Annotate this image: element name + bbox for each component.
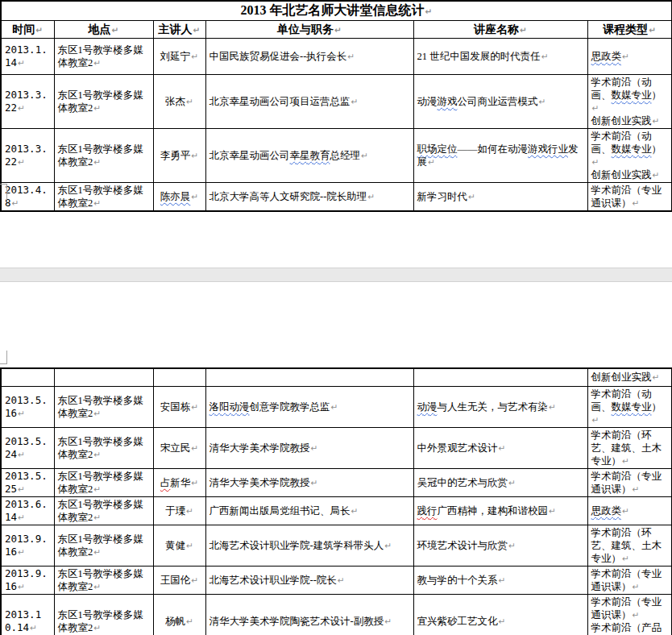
paragraph-mark: ↵ xyxy=(428,157,435,167)
paragraph-mark: ↵ xyxy=(93,58,101,68)
paragraph-mark: ↵ xyxy=(622,554,629,563)
place-cell: 东区1号教学楼多媒体教室2↵ xyxy=(54,594,153,635)
column-header-type: 课程类型↵ xyxy=(587,21,672,39)
paragraph-mark: ↵ xyxy=(93,547,101,557)
lecture-cell: 职场定位——如何在动漫游戏行业发展↵ xyxy=(413,129,587,183)
paragraph-mark: ↵ xyxy=(633,610,640,620)
speaker-cell: 刘延宁↵ xyxy=(153,39,205,75)
paragraph-mark: ↵ xyxy=(93,623,101,633)
place-cell: 东区1号教学楼多媒体教室2↵ xyxy=(54,386,153,427)
paragraph-mark: ↵ xyxy=(93,409,101,418)
place-cell: 东区1号教学楼多媒体教室2↵ xyxy=(54,129,153,183)
speaker-cell: 王国伦↵ xyxy=(153,566,205,594)
lecture-cell: 中外景观艺术设计↵ xyxy=(413,427,587,468)
time-cell: 2013.9.16↵ xyxy=(1,525,54,566)
paragraph-mark: ↵ xyxy=(338,575,345,585)
place-cell xyxy=(54,368,153,386)
paragraph-mark: ↵ xyxy=(18,157,25,167)
paragraph-mark: ↵ xyxy=(18,450,25,459)
paragraph-mark: ↵ xyxy=(93,198,101,208)
place-cell: 东区1号教学楼多媒体教室2↵ xyxy=(54,39,153,75)
time-cell: 2013.3.22↵ xyxy=(1,129,54,183)
paragraph-mark: ↵ xyxy=(351,97,359,106)
type-cell: 创新创业实践↵ xyxy=(587,368,672,386)
type-cell: 学术前沿（专业通识课）↵ xyxy=(587,183,672,212)
paragraph-mark: ↵ xyxy=(499,616,506,626)
paragraph-mark: ↵ xyxy=(18,582,25,591)
paragraph-mark: ↵ xyxy=(653,116,660,126)
org-cell: 北京幸星动画公司幸星教育总经理↵ xyxy=(205,129,413,183)
place-cell: 东区1号教学楼多媒体教室2↵ xyxy=(54,468,153,496)
paragraph-mark: ↵ xyxy=(12,198,19,208)
speaker-cell: 张杰↵ xyxy=(153,75,205,129)
column-header-speaker: 主讲人↵ xyxy=(153,21,205,39)
speaker-cell xyxy=(153,368,205,386)
table-row: 创新创业实践↵ xyxy=(1,368,672,386)
table-row: 2013.3.22↵东区1号教学楼多媒体教室2↵张杰↵北京幸星动画公司项目运营总… xyxy=(1,75,672,129)
paragraph-mark: ↵ xyxy=(622,506,629,516)
org-cell: 清华大学美术学院教授↵ xyxy=(205,468,413,496)
table-row: 2013.5.25↵东区1号教学楼多媒体教室2↵占新华↵清华大学美术学院教授↵吴… xyxy=(1,468,672,496)
time-cell: 2013.6.14↵ xyxy=(1,496,54,525)
time-cell: 2013.4.8↵ xyxy=(1,183,54,212)
paragraph-mark: ↵ xyxy=(93,513,101,522)
lecture-cell: 21 世纪中国发展的时代责任↵ xyxy=(413,39,587,75)
speaker-cell: 占新华↵ xyxy=(153,468,205,496)
org-cell: 北海艺术设计职业学院-建筑学科带头人↵ xyxy=(205,525,413,566)
paragraph-mark: ↵ xyxy=(331,402,338,412)
paragraph-mark: ↵ xyxy=(18,103,25,113)
table-row: 2013.3.22↵东区1号教学楼多媒体教室2↵李勇平↵北京幸星动画公司幸星教育… xyxy=(1,129,672,183)
org-cell: 北京大学高等人文研究院--院长助理↵ xyxy=(205,183,413,212)
paragraph-mark: ↵ xyxy=(622,52,629,61)
paragraph-mark: ↵ xyxy=(93,103,101,113)
paragraph-mark: ↵ xyxy=(592,103,599,113)
paragraph-mark: ↵ xyxy=(311,443,318,453)
time-cell xyxy=(1,368,54,386)
lecture-cell: 环境艺术设计与欣赏↵ xyxy=(413,525,587,566)
time-cell: 2013.10.14↵ xyxy=(1,594,54,635)
paragraph-mark: ↵ xyxy=(93,582,101,591)
paragraph-mark: ↵ xyxy=(93,484,101,494)
lecture-cell xyxy=(413,368,587,386)
table-row: 2013.5.16↵东区1号教学楼多媒体教室2↵安国栋↵洛阳动漫创意学院教学总监… xyxy=(1,386,672,427)
place-cell: 东区1号教学楼多媒体教室2↵ xyxy=(54,75,153,129)
paragraph-mark: ↵ xyxy=(653,372,660,382)
place-cell: 东区1号教学楼多媒体教室2↵ xyxy=(54,183,153,212)
text-boundary-mark-page1 xyxy=(0,184,7,200)
paragraph-mark: ↵ xyxy=(549,402,556,412)
column-header-place: 地点↵ xyxy=(54,21,153,39)
paragraph-mark: ↵ xyxy=(633,582,640,591)
paragraph-mark: ↵ xyxy=(384,616,392,626)
column-header-time: 时间↵ xyxy=(1,21,54,39)
paragraph-mark: ↵ xyxy=(499,443,506,453)
org-cell: 洛阳动漫创意学院教学总监↵ xyxy=(205,386,413,427)
time-cell: 2013.5.16↵ xyxy=(1,386,54,427)
paragraph-mark: ↵ xyxy=(191,52,198,61)
org-cell: 清华大学美术学院陶瓷艺术设计-副教授↵ xyxy=(205,594,413,635)
place-cell: 东区1号教学楼多媒体教室2↵ xyxy=(54,496,153,525)
org-cell: 广西新闻出版局党组书记、局长↵ xyxy=(205,496,413,525)
paragraph-mark: ↵ xyxy=(191,575,198,585)
type-cell: 学术前沿（专业通识课）↵学术前沿（产品专业）↵ xyxy=(587,594,672,635)
paragraph-mark: ↵ xyxy=(508,478,516,488)
table-row: 2013.9.16↵东区1号教学楼多媒体教室2↵黄健↵北海艺术设计职业学院-建筑… xyxy=(1,525,672,566)
paragraph-mark: ↵ xyxy=(633,198,640,208)
column-header-org: 单位与职务↵ xyxy=(205,21,413,39)
org-cell: 中国民族贸易促进会--执行会长↵ xyxy=(205,39,413,75)
type-cell: 思政类↵ xyxy=(587,39,672,75)
paragraph-mark: ↵ xyxy=(18,409,25,418)
type-cell: 学术前沿（动画、数媒专业）↵创新创业实践↵ xyxy=(587,75,672,129)
org-cell: 清华大学美术学院教授↵ xyxy=(205,427,413,468)
type-cell: 学术前沿（专业通识课）↵ xyxy=(587,468,672,496)
paragraph-mark: ↵ xyxy=(30,623,37,633)
paragraph-mark: ↵ xyxy=(186,616,193,626)
place-cell: 东区1号教学楼多媒体教室2↵ xyxy=(54,525,153,566)
paragraph-mark: ↵ xyxy=(191,151,198,160)
speaker-cell: 宋立民↵ xyxy=(153,427,205,468)
paragraph-mark: ↵ xyxy=(468,192,475,201)
org-cell xyxy=(205,368,413,386)
paragraph-mark: ↵ xyxy=(18,484,25,494)
lecture-cell: 新学习时代↵ xyxy=(413,183,587,212)
table-row: 2013.1.14↵东区1号教学楼多媒体教室2↵刘延宁↵中国民族贸易促进会--执… xyxy=(1,39,672,75)
org-cell: 北京幸星动画公司项目运营总监↵ xyxy=(205,75,413,129)
